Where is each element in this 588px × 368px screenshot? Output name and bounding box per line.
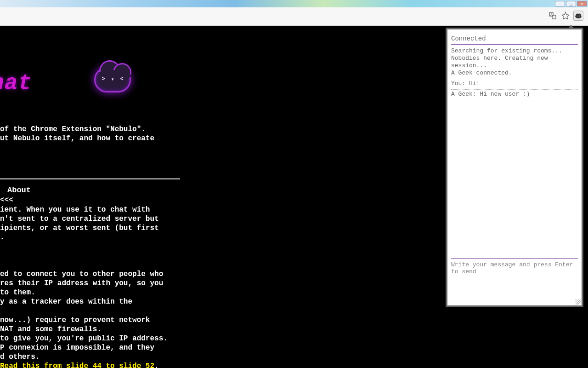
chat-line: A Geek: Hi new user :) bbox=[451, 91, 578, 100]
extension-icons: A bbox=[548, 11, 583, 21]
svg-point-7 bbox=[579, 16, 580, 17]
highlight-link[interactable]: Read this from slide 44 to slide 52 bbox=[0, 362, 154, 368]
chat-input[interactable] bbox=[451, 259, 578, 302]
about-paragraph-1: ient. When you use it to chat with n't s… bbox=[0, 205, 165, 242]
cloud-logo-icon: >▾< bbox=[92, 60, 138, 97]
about-heading: About bbox=[7, 186, 31, 195]
maximize-button[interactable]: □ bbox=[566, 1, 576, 6]
intro-text: of the Chrome Extension "Nebulo". ut Neb… bbox=[0, 125, 165, 143]
logo-sub: chat bbox=[0, 71, 32, 96]
minimize-button[interactable]: — bbox=[555, 1, 565, 6]
resize-grip-icon[interactable] bbox=[575, 299, 581, 305]
svg-point-6 bbox=[577, 16, 578, 17]
chat-line: Searching for existing rooms... bbox=[451, 47, 578, 55]
svg-rect-1 bbox=[552, 15, 556, 19]
logo: JLOchat bbox=[0, 63, 32, 99]
chat-line: You: Hi! bbox=[451, 78, 578, 90]
about-marker: <<< bbox=[0, 196, 13, 204]
browser-toolbar bbox=[0, 7, 588, 26]
window-titlebar bbox=[0, 0, 588, 7]
nebulo-extension-icon[interactable] bbox=[573, 11, 583, 21]
translate-icon[interactable]: A bbox=[548, 11, 558, 21]
chat-status: Connected bbox=[451, 33, 578, 45]
star-icon[interactable] bbox=[560, 11, 571, 21]
about-paragraph-2: ed to connect you to other people who re… bbox=[0, 270, 175, 368]
chat-log: Searching for existing rooms... Nobodies… bbox=[451, 45, 578, 104]
close-button[interactable]: ✕ bbox=[577, 1, 587, 6]
window-controls: — □ ✕ bbox=[555, 1, 587, 6]
chat-line: Nobodies here. Creating new session... bbox=[451, 55, 578, 69]
section-divider bbox=[0, 178, 180, 179]
chat-line: A Geek connected. bbox=[451, 69, 578, 77]
chat-popup: Connected Searching for existing rooms..… bbox=[446, 28, 583, 307]
